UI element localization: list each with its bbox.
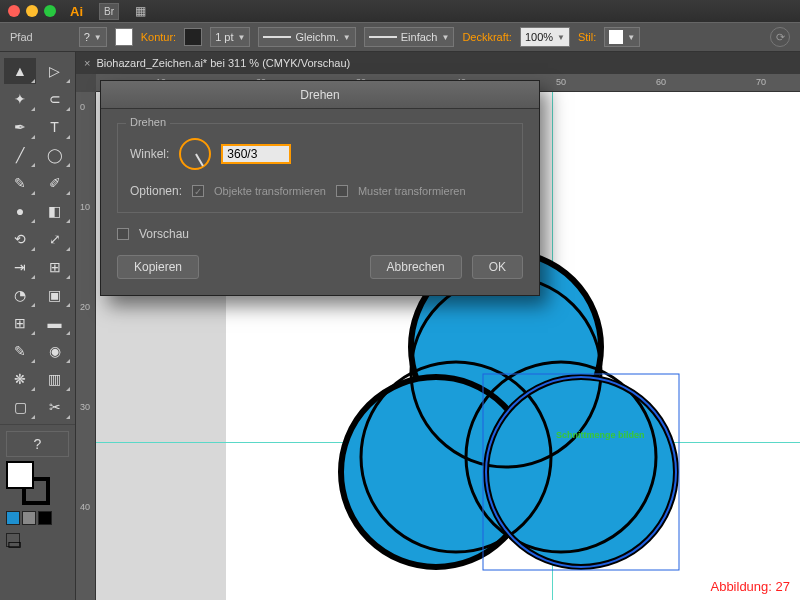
opacity-label: Deckkraft: <box>462 31 512 43</box>
angle-label: Winkel: <box>130 147 169 161</box>
style-dropdown[interactable]: ▼ <box>604 27 640 47</box>
rotate-dialog: Drehen Drehen Winkel: Optionen: Objekte … <box>100 80 540 296</box>
symbol-sprayer-tool[interactable]: ❋ <box>4 366 36 392</box>
angle-input[interactable] <box>221 144 291 164</box>
stroke-profile-dropdown[interactable]: Gleichm.▼ <box>258 27 355 47</box>
slice-tool[interactable]: ✂ <box>39 394 71 420</box>
close-window-icon[interactable] <box>8 5 20 17</box>
tools-panel: ▲ ▷ ✦ ⊂ ✒ T ╱ ◯ ✎ ✐ ● ◧ ⟲ ⤢ ⇥ ⊞ ◔ ▣ ⊞ ▬ … <box>0 52 76 600</box>
tab-title: Biohazard_Zeichen.ai* bei 311 % (CMYK/Vo… <box>96 57 350 69</box>
fill-stroke-control[interactable] <box>6 461 50 505</box>
transform-patterns-label: Muster transformieren <box>358 185 466 197</box>
mesh-tool[interactable]: ⊞ <box>4 310 36 336</box>
perspective-tool[interactable]: ▣ <box>39 282 71 308</box>
sync-settings-icon[interactable]: ⟳ <box>770 27 790 47</box>
ok-button[interactable]: OK <box>472 255 523 279</box>
width-tool[interactable]: ⇥ <box>4 254 36 280</box>
line-tool[interactable]: ╱ <box>4 142 36 168</box>
blob-brush-tool[interactable]: ● <box>4 198 36 224</box>
none-mode-icon[interactable] <box>38 511 52 525</box>
app-logo-icon: Ai <box>70 4 83 19</box>
minimize-window-icon[interactable] <box>26 5 38 17</box>
scale-tool[interactable]: ⤢ <box>39 226 71 252</box>
color-mode-swatches <box>6 511 69 525</box>
copy-button[interactable]: Kopieren <box>117 255 199 279</box>
control-bar: Pfad ?▼ Kontur: 1 pt▼ Gleichm.▼ Einfach▼… <box>0 22 800 52</box>
dialog-title[interactable]: Drehen <box>101 81 539 109</box>
pencil-tool[interactable]: ✐ <box>39 170 71 196</box>
arrange-documents-icon[interactable]: ▦ <box>135 4 146 18</box>
screen-mode-icon[interactable]: ▭ <box>6 533 20 547</box>
transform-patterns-checkbox[interactable] <box>336 185 348 197</box>
rotate-fieldset: Drehen Winkel: Optionen: Objekte transfo… <box>117 123 523 213</box>
stroke-label: Kontur: <box>141 31 176 43</box>
shape-builder-tool[interactable]: ◔ <box>4 282 36 308</box>
selection-tool[interactable]: ▲ <box>4 58 36 84</box>
fill-swatch[interactable] <box>115 28 133 46</box>
transform-objects-checkbox[interactable] <box>192 185 204 197</box>
options-label: Optionen: <box>130 184 182 198</box>
gradient-mode-icon[interactable] <box>22 511 36 525</box>
graph-tool[interactable]: ▥ <box>39 366 71 392</box>
zoom-window-icon[interactable] <box>44 5 56 17</box>
figure-caption: Abbildung: 27 <box>710 579 790 594</box>
preview-label: Vorschau <box>139 227 189 241</box>
fieldset-legend: Drehen <box>126 116 170 128</box>
transform-objects-label: Objekte transformieren <box>214 185 326 197</box>
bridge-button[interactable]: Br <box>99 3 119 20</box>
ruler-vertical[interactable]: 0 10 20 30 40 <box>76 92 96 600</box>
eyedropper-tool[interactable]: ✎ <box>4 338 36 364</box>
style-label: Stil: <box>578 31 596 43</box>
artboard-tool[interactable]: ▢ <box>4 394 36 420</box>
tab-close-icon[interactable]: × <box>84 57 90 69</box>
mac-titlebar: Ai Br ▦ <box>0 0 800 22</box>
document-tab[interactable]: × Biohazard_Zeichen.ai* bei 311 % (CMYK/… <box>76 52 800 74</box>
lasso-tool[interactable]: ⊂ <box>39 86 71 112</box>
pen-tool[interactable]: ✒ <box>4 114 36 140</box>
preview-checkbox[interactable] <box>117 228 129 240</box>
stroke-weight-dropdown[interactable]: 1 pt▼ <box>210 27 250 47</box>
opacity-dropdown[interactable]: 100%▼ <box>520 27 570 47</box>
fill-box-icon[interactable] <box>6 461 34 489</box>
type-tool[interactable]: T <box>39 114 71 140</box>
stroke-swatch[interactable] <box>184 28 202 46</box>
ellipse-tool[interactable]: ◯ <box>39 142 71 168</box>
blend-tool[interactable]: ◉ <box>39 338 71 364</box>
selection-type-label: Pfad <box>10 31 33 43</box>
unknown-tool[interactable]: ? <box>6 431 69 457</box>
screen-mode-row: ▭ <box>6 533 69 547</box>
help-dropdown[interactable]: ?▼ <box>79 27 107 47</box>
direct-selection-tool[interactable]: ▷ <box>39 58 71 84</box>
magic-wand-tool[interactable]: ✦ <box>4 86 36 112</box>
free-transform-tool[interactable]: ⊞ <box>39 254 71 280</box>
brush-dropdown[interactable]: Einfach▼ <box>364 27 455 47</box>
paintbrush-tool[interactable]: ✎ <box>4 170 36 196</box>
gradient-tool[interactable]: ▬ <box>39 310 71 336</box>
eraser-tool[interactable]: ◧ <box>39 198 71 224</box>
angle-dial[interactable] <box>179 138 211 170</box>
smart-guide-label: Schnittmenge bilden <box>556 430 645 440</box>
color-mode-icon[interactable] <box>6 511 20 525</box>
rotate-tool[interactable]: ⟲ <box>4 226 36 252</box>
cancel-button[interactable]: Abbrechen <box>370 255 462 279</box>
